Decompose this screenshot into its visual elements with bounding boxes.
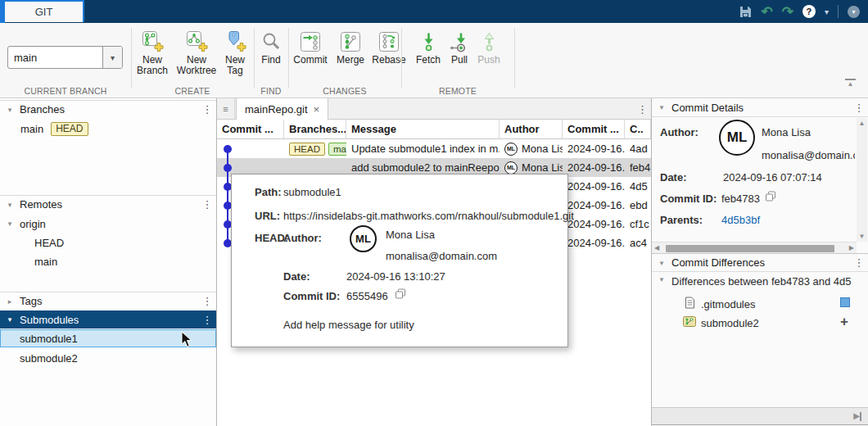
panel-menu-icon[interactable]: ▾ <box>848 6 860 18</box>
ribbon-toolbar: main ▾ CURRENT BRANCH New Branch New Wor… <box>0 23 868 98</box>
close-icon[interactable]: × <box>314 103 320 116</box>
details-parent-link[interactable]: 4d5b3bf <box>721 214 760 226</box>
chevron-down-icon[interactable]: ▾ <box>0 106 20 114</box>
fetch-button[interactable]: Fetch <box>412 28 445 66</box>
help-icon[interactable]: ? <box>802 5 816 18</box>
column-header-message[interactable]: Message <box>346 120 500 138</box>
scroll-up-icon[interactable]: ▲ <box>859 118 866 129</box>
tab-mainrepo[interactable]: mainRepo.git × <box>236 98 328 120</box>
rebase-button[interactable]: Rebase <box>368 28 409 66</box>
redo-icon[interactable]: ↷ <box>782 5 793 19</box>
copy-icon[interactable] <box>395 288 406 302</box>
submodules-menu-icon[interactable]: ⋮ <box>198 314 216 326</box>
tooltip-date-label: Date: <box>283 270 310 283</box>
chevron-down-icon[interactable]: ▾ <box>0 220 20 228</box>
commit-differences-header[interactable]: ▾ Commit Differences ⋮ <box>652 253 868 272</box>
new-worktree-button[interactable]: New Worktree <box>174 28 219 76</box>
current-branch-dropdown[interactable]: main ▾ <box>7 46 123 69</box>
column-header-commit-date[interactable]: Commit ... <box>563 120 625 138</box>
table-row[interactable]: HEADmain Update submodule1 index in m...… <box>217 139 651 158</box>
vertical-scrollbar[interactable]: ▲ ▼ <box>857 118 867 242</box>
commit-date: 2024-09-16... <box>563 139 625 158</box>
current-branch-value: main <box>8 47 102 68</box>
branches-menu-icon[interactable]: ⋮ <box>198 103 216 116</box>
undo-icon[interactable]: ↶ <box>761 5 772 19</box>
details-commit-id-value: feb4783 <box>721 193 760 205</box>
ribbon-divider <box>401 28 402 88</box>
horizontal-scrollbar[interactable]: ◀ ▶ <box>652 242 857 253</box>
details-parents-label: Parents: <box>660 214 703 226</box>
column-header-commit-id[interactable]: C.. <box>625 120 651 138</box>
remote-branch-main[interactable]: main <box>0 252 216 270</box>
chevron-down-icon[interactable]: ▾ <box>652 103 671 111</box>
scroll-right-icon[interactable]: ▶ <box>847 244 857 252</box>
pull-button[interactable]: Pull <box>447 28 472 66</box>
chevron-right-icon[interactable]: ▸ <box>0 297 20 306</box>
avatar: ML <box>504 161 518 174</box>
diff-file-submodule2[interactable]: submodule2 <box>683 316 759 329</box>
chevron-down-icon[interactable]: ▾ <box>0 201 20 209</box>
remote-branch-head[interactable]: HEAD <box>0 233 216 252</box>
remote-item-origin[interactable]: ▾ origin <box>0 215 216 233</box>
author-name: Mona Lis <box>522 143 563 155</box>
tooltip-path-label: Path: <box>255 186 282 198</box>
hamburger-icon[interactable]: ≡ <box>217 98 235 120</box>
details-date-label: Date: <box>660 171 687 184</box>
tags-section-header[interactable]: ▸ Tags ⋮ <box>0 292 216 310</box>
section-label-changes: CHANGES <box>288 86 401 96</box>
differences-group-row[interactable]: ▾ Differences between feb4783 and 4d5 <box>652 275 857 288</box>
tooltip-url-value: https://insidelabs-git.mathworks.com/rna… <box>283 210 574 222</box>
chevron-down-icon[interactable]: ▾ <box>652 275 671 288</box>
titlebar: GIT ↶ ↷ ? ▾ ▾ <box>0 0 868 23</box>
merge-icon <box>340 28 361 52</box>
sidebar-splitter[interactable] <box>216 98 217 426</box>
diff-file-gitmodules[interactable]: .gitmodules <box>685 297 755 311</box>
chevron-down-icon[interactable]: ▾ <box>652 259 671 267</box>
merge-button[interactable]: Merge <box>332 28 368 66</box>
submodule-item-submodule2[interactable]: submodule2 <box>0 349 216 367</box>
commit-date: 2024-09-16... <box>563 233 625 252</box>
column-header-author[interactable]: Author <box>500 120 563 138</box>
collapse-toolstrip-button[interactable]: ▲ <box>844 79 857 87</box>
chevron-down-icon[interactable]: ▾ <box>0 315 20 324</box>
scroll-left-icon[interactable]: ◀ <box>652 244 662 252</box>
submodules-section-header[interactable]: ▾ Submodules ⋮ <box>0 310 216 329</box>
commit-graph-node <box>224 145 232 153</box>
remotes-section-header[interactable]: ▾ Remotes ⋮ <box>0 195 216 213</box>
commit-graph-node <box>224 164 232 172</box>
find-label: Find <box>261 55 280 66</box>
rightpanel-splitter[interactable] <box>651 98 652 426</box>
new-tag-button[interactable]: New Tag <box>218 28 252 76</box>
search-icon <box>261 28 281 52</box>
push-button[interactable]: Push <box>474 28 504 66</box>
tooltip-url-label: URL: <box>255 210 280 222</box>
commit-id: cf1c <box>625 215 651 233</box>
new-branch-button[interactable]: New Branch <box>133 28 172 76</box>
help-caret-icon[interactable]: ▾ <box>825 7 829 16</box>
column-header-commit-graph[interactable]: Commit ... <box>217 120 284 138</box>
commit-date: 2024-09-16... <box>563 158 625 177</box>
remotes-menu-icon[interactable]: ⋮ <box>198 198 216 211</box>
section-label-find: FIND <box>254 86 288 96</box>
collapse-rightpanel-button[interactable]: ▶ <box>853 412 861 421</box>
scrollbar-thumb[interactable] <box>666 245 834 252</box>
commit-button[interactable]: Commit <box>290 28 331 66</box>
copy-icon[interactable] <box>765 191 776 205</box>
commit-details-menu-icon[interactable]: ⋮ <box>850 102 868 114</box>
branches-section-header[interactable]: ▾ Branches ⋮ <box>0 100 216 118</box>
find-button[interactable]: Find <box>254 28 288 66</box>
commit-message: Update submodule1 index in m... <box>346 139 500 158</box>
commit-details-header[interactable]: ▾ Commit Details ⋮ <box>652 98 868 117</box>
commit-id: 4ad <box>625 139 651 158</box>
commit-differences-menu-icon[interactable]: ⋮ <box>850 256 868 269</box>
tabbar-menu-icon[interactable]: ⋮ <box>637 98 648 120</box>
scroll-down-icon[interactable]: ▼ <box>859 231 866 242</box>
branch-item-main[interactable]: main HEAD <box>0 120 216 138</box>
branches-section-title: Branches <box>20 103 198 116</box>
save-icon[interactable] <box>739 6 752 18</box>
tab-git[interactable]: GIT <box>5 0 84 22</box>
column-header-branches[interactable]: Branches... <box>284 120 346 138</box>
tags-menu-icon[interactable]: ⋮ <box>198 295 216 307</box>
chevron-down-icon[interactable]: ▾ <box>102 47 122 68</box>
new-tag-label: New Tag <box>218 55 252 76</box>
